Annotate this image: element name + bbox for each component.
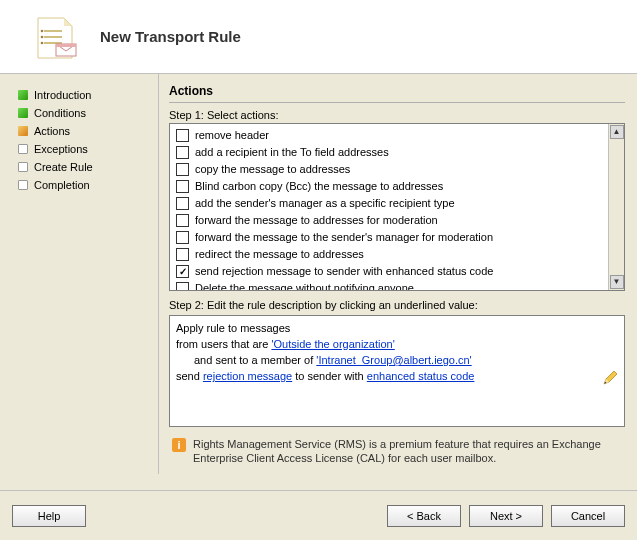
actions-scroll-area: remove header add a recipient in the To … <box>170 124 608 290</box>
action-row[interactable]: add a recipient in the To field addresse… <box>174 144 604 161</box>
checkbox[interactable] <box>176 180 189 193</box>
action-label: Delete the message without notifying any… <box>195 281 414 290</box>
header: New Transport Rule <box>0 0 637 74</box>
nav-item-conditions[interactable]: Conditions <box>18 104 158 122</box>
nav-item-label: Actions <box>34 125 70 137</box>
footer: Help < Back Next > Cancel <box>0 490 637 540</box>
action-row[interactable]: copy the message to addresses <box>174 161 604 178</box>
nav-item-label: Introduction <box>34 89 91 101</box>
rule-description-box: Apply rule to messages from users that a… <box>169 315 625 427</box>
action-row[interactable]: remove header <box>174 127 604 144</box>
nav-bullet-todo-icon <box>18 180 28 190</box>
action-label: forward the message to addresses for mod… <box>195 213 438 228</box>
action-row[interactable]: Blind carbon copy (Bcc) the message to a… <box>174 178 604 195</box>
nav-bullet-todo-icon <box>18 144 28 154</box>
action-label: add the sender's manager as a specific r… <box>195 196 455 211</box>
action-label: add a recipient in the To field addresse… <box>195 145 389 160</box>
svg-rect-9 <box>56 44 76 47</box>
desc-link-group[interactable]: 'Intranet_Group@albert.iego.cn' <box>316 354 471 366</box>
checkbox[interactable] <box>176 248 189 261</box>
checkbox[interactable] <box>176 214 189 227</box>
scroll-up-icon[interactable]: ▲ <box>610 125 624 139</box>
nav-bullet-todo-icon <box>18 162 28 172</box>
back-button[interactable]: < Back <box>387 505 461 527</box>
info-warning-icon: i <box>171 437 187 453</box>
main-panel: Actions Step 1: Select actions: remove h… <box>159 74 637 474</box>
nav-item-label: Completion <box>34 179 90 191</box>
header-title: New Transport Rule <box>100 28 241 45</box>
desc-line: send rejection message to sender with en… <box>176 368 618 384</box>
desc-line: from users that are 'Outside the organiz… <box>176 336 618 352</box>
nav-bullet-done-icon <box>18 108 28 118</box>
nav-item-actions[interactable]: Actions <box>18 122 158 140</box>
checkbox[interactable] <box>176 146 189 159</box>
checkbox[interactable] <box>176 129 189 142</box>
actions-listbox[interactable]: remove header add a recipient in the To … <box>169 123 625 291</box>
section-underline <box>169 102 625 103</box>
scrollbar[interactable]: ▲ ▼ <box>608 124 624 290</box>
action-row[interactable]: send rejection message to sender with en… <box>174 263 604 280</box>
checkbox[interactable] <box>176 231 189 244</box>
action-row[interactable]: forward the message to addresses for mod… <box>174 212 604 229</box>
desc-text: and sent to a member of <box>194 354 316 366</box>
rule-document-icon <box>32 14 80 62</box>
nav-item-label: Conditions <box>34 107 86 119</box>
next-button[interactable]: Next > <box>469 505 543 527</box>
nav-item-create-rule[interactable]: Create Rule <box>18 158 158 176</box>
checkbox-checked[interactable] <box>176 265 189 278</box>
svg-rect-2 <box>44 30 62 32</box>
desc-text: send <box>176 370 203 382</box>
nav-item-introduction[interactable]: Introduction <box>18 86 158 104</box>
action-label: forward the message to the sender's mana… <box>195 230 493 245</box>
nav-item-exceptions[interactable]: Exceptions <box>18 140 158 158</box>
desc-text: from users that are <box>176 338 271 350</box>
action-row[interactable]: redirect the message to addresses <box>174 246 604 263</box>
cancel-button[interactable]: Cancel <box>551 505 625 527</box>
nav-item-label: Exceptions <box>34 143 88 155</box>
step2-label: Step 2: Edit the rule description by cli… <box>169 299 625 311</box>
nav-item-label: Create Rule <box>34 161 93 173</box>
action-row[interactable]: add the sender's manager as a specific r… <box>174 195 604 212</box>
action-row[interactable]: forward the message to the sender's mana… <box>174 229 604 246</box>
section-title: Actions <box>169 82 625 98</box>
checkbox[interactable] <box>176 197 189 210</box>
svg-point-5 <box>41 30 44 33</box>
step1-label: Step 1: Select actions: <box>169 109 625 121</box>
desc-link-scope[interactable]: 'Outside the organization' <box>271 338 394 350</box>
desc-line: Apply rule to messages <box>176 320 618 336</box>
action-label: remove header <box>195 128 269 143</box>
action-label: send rejection message to sender with en… <box>195 264 493 279</box>
svg-text:i: i <box>177 439 180 451</box>
help-button[interactable]: Help <box>12 505 86 527</box>
scroll-down-icon[interactable]: ▼ <box>610 275 624 289</box>
nav-bullet-current-icon <box>18 126 28 136</box>
desc-text: to sender with <box>292 370 367 382</box>
wizard-window: New Transport Rule Introduction Conditio… <box>0 0 637 540</box>
nav-bullet-done-icon <box>18 90 28 100</box>
action-label: copy the message to addresses <box>195 162 350 177</box>
desc-line: and sent to a member of 'Intranet_Group@… <box>176 352 618 368</box>
checkbox[interactable] <box>176 163 189 176</box>
action-row[interactable]: Delete the message without notifying any… <box>174 280 604 290</box>
svg-point-6 <box>41 36 44 39</box>
edit-pencil-icon[interactable] <box>602 370 618 386</box>
body: Introduction Conditions Actions Exceptio… <box>0 74 637 474</box>
svg-rect-3 <box>44 36 62 38</box>
nav-item-completion[interactable]: Completion <box>18 176 158 194</box>
action-label: redirect the message to addresses <box>195 247 364 262</box>
checkbox[interactable] <box>176 282 189 290</box>
info-panel: i Rights Management Service (RMS) is a p… <box>169 435 625 465</box>
wizard-nav: Introduction Conditions Actions Exceptio… <box>0 74 158 474</box>
desc-link-status-code[interactable]: enhanced status code <box>367 370 475 382</box>
desc-link-rejection-message[interactable]: rejection message <box>203 370 292 382</box>
action-label: Blind carbon copy (Bcc) the message to a… <box>195 179 443 194</box>
svg-point-7 <box>41 42 44 45</box>
info-text: Rights Management Service (RMS) is a pre… <box>193 437 623 465</box>
